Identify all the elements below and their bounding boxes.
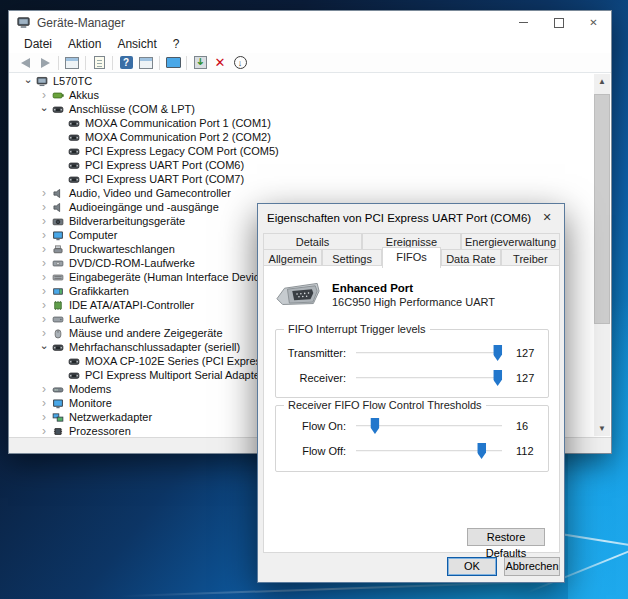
slider-thumb[interactable] xyxy=(493,345,502,361)
flow-off-slider-row: Flow Off: 112 xyxy=(276,442,548,460)
chevron-collapsed-icon[interactable] xyxy=(37,242,51,257)
slider-thumb[interactable] xyxy=(370,418,379,434)
serial-port-icon xyxy=(67,145,81,158)
restore-defaults-button[interactable]: Restore Defaults xyxy=(467,528,545,546)
chevron-collapsed-icon[interactable] xyxy=(37,270,51,285)
console-window-icon[interactable] xyxy=(63,55,81,71)
fifo-trigger-groupbox: FIFO Interrupt Trigger levels Transmitte… xyxy=(275,329,549,398)
update-driver-icon[interactable] xyxy=(191,55,209,71)
slider-track[interactable] xyxy=(356,352,502,354)
cancel-button[interactable]: Abbrechen xyxy=(504,557,560,576)
chevron-collapsed-icon[interactable] xyxy=(37,256,51,271)
tree-item[interactable]: PCI Express UART Port (COM6) xyxy=(9,158,611,172)
serial-port-icon xyxy=(67,131,81,144)
menu-datei[interactable]: Datei xyxy=(16,35,60,53)
chevron-collapsed-icon[interactable] xyxy=(37,410,51,425)
toolbar-separator xyxy=(112,56,113,70)
receiver-slider[interactable] xyxy=(356,369,502,387)
tree-item[interactable]: PCI Express Legacy COM Port (COM5) xyxy=(9,144,611,158)
tree-item-root[interactable]: L570TC xyxy=(9,74,611,88)
slider-thumb[interactable] xyxy=(477,443,486,459)
properties-icon[interactable] xyxy=(90,55,108,71)
chevron-expanded-icon[interactable] xyxy=(37,340,51,355)
flow-on-slider[interactable] xyxy=(356,417,502,435)
battery-icon xyxy=(51,89,65,102)
toolbar-separator xyxy=(58,56,59,70)
toolbar-separator xyxy=(186,56,187,70)
device-list-window-icon[interactable] xyxy=(137,55,155,71)
camera-icon xyxy=(51,215,65,228)
flow-on-value: 16 xyxy=(516,420,546,432)
menu-aktion[interactable]: Aktion xyxy=(60,35,109,53)
mouse-icon xyxy=(51,327,65,340)
chevron-collapsed-icon[interactable] xyxy=(37,186,51,201)
scroll-up-icon[interactable]: ▲ xyxy=(594,74,610,89)
tree-item[interactable]: MOXA Communication Port 2 (COM2) xyxy=(9,130,611,144)
ok-button[interactable]: OK xyxy=(447,557,497,576)
close-icon[interactable] xyxy=(576,11,611,34)
toolbar: ? ✕ ↓ xyxy=(9,53,611,73)
disk-drive-icon xyxy=(51,313,65,326)
tree-item[interactable]: Audio, Video und Gamecontroller xyxy=(9,186,611,200)
chevron-collapsed-icon[interactable] xyxy=(37,214,51,229)
chevron-collapsed-icon[interactable] xyxy=(37,228,51,243)
slider-thumb[interactable] xyxy=(493,370,502,386)
device-header: Enhanced Port 16C950 High Performance UA… xyxy=(275,278,495,308)
scrollbar-thumb[interactable] xyxy=(594,94,610,324)
disable-device-icon[interactable]: ↓ xyxy=(231,55,249,71)
tree-item[interactable]: MOXA Communication Port 1 (COM1) xyxy=(9,116,611,130)
network-adapter-icon xyxy=(51,411,65,424)
cd-drive-icon xyxy=(51,257,65,270)
chevron-collapsed-icon[interactable] xyxy=(37,396,51,411)
scroll-down-icon[interactable]: ▼ xyxy=(594,421,610,436)
flow-off-slider[interactable] xyxy=(356,442,502,460)
chevron-expanded-icon[interactable] xyxy=(37,102,51,117)
serial-port-icon xyxy=(67,173,81,186)
flow-on-slider-row: Flow On: 16 xyxy=(276,417,548,435)
transmitter-slider-row: Transmitter: 127 xyxy=(276,344,548,362)
title-bar[interactable]: Geräte-Manager xyxy=(9,11,611,34)
transmitter-slider[interactable] xyxy=(356,344,502,362)
menu-help[interactable]: ? xyxy=(165,35,188,53)
menu-ansicht[interactable]: Ansicht xyxy=(109,35,164,53)
chevron-collapsed-icon[interactable] xyxy=(37,382,51,397)
window-title: Geräte-Manager xyxy=(37,16,125,30)
chevron-collapsed-icon[interactable] xyxy=(37,312,51,327)
dialog-title-bar[interactable]: Eigenschaften von PCI Express UART Port … xyxy=(258,204,564,232)
tab-fifos[interactable]: FIFOs xyxy=(382,247,441,268)
slider-track[interactable] xyxy=(356,377,502,379)
device-description: 16C950 High Performance UART xyxy=(332,296,495,308)
dialog-footer: OK Abbrechen xyxy=(258,551,564,582)
chevron-collapsed-icon[interactable] xyxy=(37,424,51,437)
tab-control: Details Ereignisse Energieverwaltung All… xyxy=(263,233,560,267)
monitor-icon xyxy=(51,397,65,410)
cpu-icon xyxy=(51,425,65,437)
monitor-icon xyxy=(51,229,65,242)
dialog-title: Eigenschaften von PCI Express UART Port … xyxy=(267,212,531,224)
graphics-card-icon xyxy=(51,285,65,298)
tree-item[interactable]: Anschlüsse (COM & LPT) xyxy=(9,102,611,116)
modem-icon xyxy=(51,383,65,396)
chevron-collapsed-icon[interactable] xyxy=(37,298,51,313)
minimize-icon[interactable] xyxy=(506,11,541,34)
help-icon[interactable]: ? xyxy=(117,55,135,71)
forward-icon[interactable] xyxy=(36,55,54,71)
chevron-collapsed-icon[interactable] xyxy=(37,284,51,299)
tree-item[interactable]: Akkus xyxy=(9,88,611,102)
tab-energieverwaltung[interactable]: Energieverwaltung xyxy=(461,233,560,249)
remote-computer-icon[interactable] xyxy=(164,55,182,71)
chevron-expanded-icon[interactable] xyxy=(21,74,35,89)
serial-port-icon xyxy=(67,369,81,382)
chevron-collapsed-icon[interactable] xyxy=(37,200,51,215)
chip-icon xyxy=(51,299,65,312)
tab-details[interactable]: Details xyxy=(263,233,362,249)
uninstall-device-icon[interactable]: ✕ xyxy=(211,55,229,71)
dialog-close-icon[interactable]: ✕ xyxy=(530,204,564,231)
transmitter-label: Transmitter: xyxy=(276,347,346,359)
tree-item[interactable]: PCI Express UART Port (COM7) xyxy=(9,172,611,186)
receiver-label: Receiver: xyxy=(276,372,346,384)
flow-off-label: Flow Off: xyxy=(276,445,346,457)
back-icon[interactable] xyxy=(16,55,34,71)
vertical-scrollbar[interactable]: ▲ ▼ xyxy=(594,74,610,436)
maximize-icon[interactable] xyxy=(541,11,576,34)
